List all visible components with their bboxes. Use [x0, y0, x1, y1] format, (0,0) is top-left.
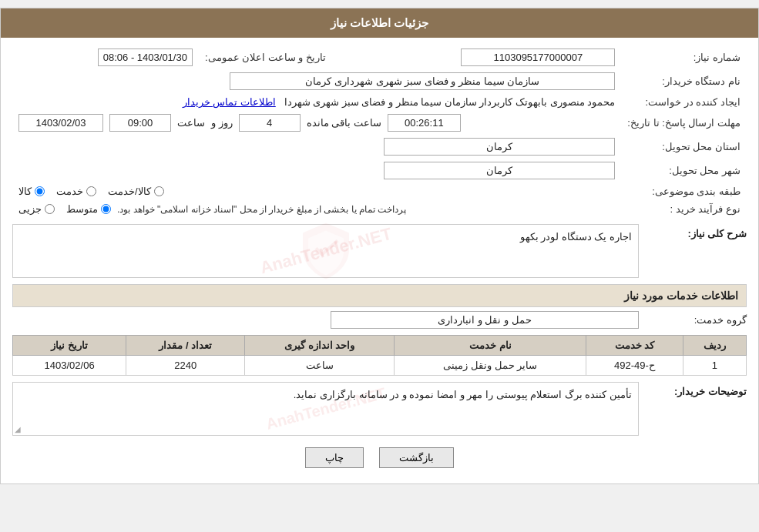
deadline-time-value: 09:00 — [109, 114, 171, 132]
category-option-kala[interactable]: کالا — [18, 186, 45, 197]
label-deadline: مهلت ارسال پاسخ: تا تاریخ: — [621, 111, 747, 135]
table-row: 1 ح-49-492 سایر حمل ونقل زمینی ساعت 2240… — [13, 356, 747, 376]
label-category: طبقه بندی موضوعی: — [621, 182, 747, 200]
label-creator: ایجاد کننده در خواست: — [621, 93, 747, 111]
need-number-value: 1103095177000007 — [461, 49, 615, 66]
section-description-title: شرح کلی نیاز: — [687, 228, 747, 239]
cell-date: 1403/02/06 — [13, 356, 126, 376]
description-value: اجاره یک دستگاه لودر بکهو — [13, 225, 638, 249]
province-value: کرمان — [384, 138, 615, 156]
cell-unit: ساعت — [245, 356, 395, 376]
label-group-service: گروه خدمت: — [639, 314, 747, 326]
col-code: کد خدمت — [586, 336, 683, 356]
deadline-remaining-value: 00:26:11 — [388, 114, 461, 132]
col-row: ردیف — [683, 336, 746, 356]
label-date: تاریخ و ساعت اعلان عمومی: — [199, 45, 332, 69]
page-title: جزئیات اطلاعات نیاز — [1, 8, 758, 38]
deadline-days-value: 4 — [239, 114, 301, 132]
creator-contact-link[interactable]: اطلاعات تماس خریدار — [183, 96, 276, 108]
cell-row: 1 — [683, 356, 746, 376]
label-org: نام دستگاه خریدار: — [621, 69, 747, 93]
label-need-number: شماره نیاز: — [621, 45, 747, 69]
deadline-remaining-label: ساعت باقی مانده — [307, 117, 381, 129]
section-services-header: اطلاعات خدمات مورد نیاز — [12, 284, 747, 307]
col-qty: تعداد / مقدار — [126, 336, 245, 356]
col-date: تاریخ نیاز — [13, 336, 126, 356]
services-table: ردیف کد خدمت نام خدمت واحد اندازه گیری ت… — [12, 335, 747, 376]
resize-handle-icon: ◢ — [15, 425, 21, 433]
city-value: کرمان — [384, 162, 615, 179]
deadline-time-label: ساعت — [177, 117, 205, 129]
deadline-days-label: روز و — [211, 117, 233, 129]
cell-qty: 2240 — [126, 356, 245, 376]
col-name: نام خدمت — [395, 336, 586, 356]
back-button[interactable]: بازگشت — [379, 447, 454, 468]
process-note: پرداخت تمام یا بخشی از مبلغ خریدار از مح… — [117, 204, 406, 215]
date-value: 1403/01/30 - 08:06 — [98, 49, 193, 66]
section-buyer-title: توضیحات خریدار: — [674, 386, 747, 397]
cell-code: ح-49-492 — [586, 356, 683, 376]
print-button[interactable]: چاپ — [305, 447, 364, 468]
category-option-kala-khedmat[interactable]: کالا/خدمت — [108, 186, 164, 197]
deadline-date-value: 1403/02/03 — [18, 114, 103, 132]
buyer-notes-value: تأمین کننده برگ استعلام پیوستی را مهر و … — [294, 389, 632, 400]
col-unit: واحد اندازه گیری — [245, 336, 395, 356]
label-city: شهر محل تحویل: — [621, 159, 747, 182]
group-service-value: حمل و نقل و انبارداری — [331, 311, 639, 329]
process-option-jozi[interactable]: جزیی — [18, 203, 55, 215]
cell-name: سایر حمل ونقل زمینی — [395, 356, 586, 376]
category-option-khedmat[interactable]: خدمت — [56, 186, 96, 197]
process-option-motavaset[interactable]: متوسط — [66, 203, 111, 215]
creator-name-value: محمود منصوری بابهوتک کاربردار سازمان سیم… — [284, 96, 616, 108]
label-province: استان محل تحویل: — [621, 135, 747, 159]
org-name-value: سازمان سیما منظر و فضای سبز شهری شهرداری… — [230, 72, 615, 90]
label-process: نوع فرآیند خرید : — [621, 200, 747, 218]
